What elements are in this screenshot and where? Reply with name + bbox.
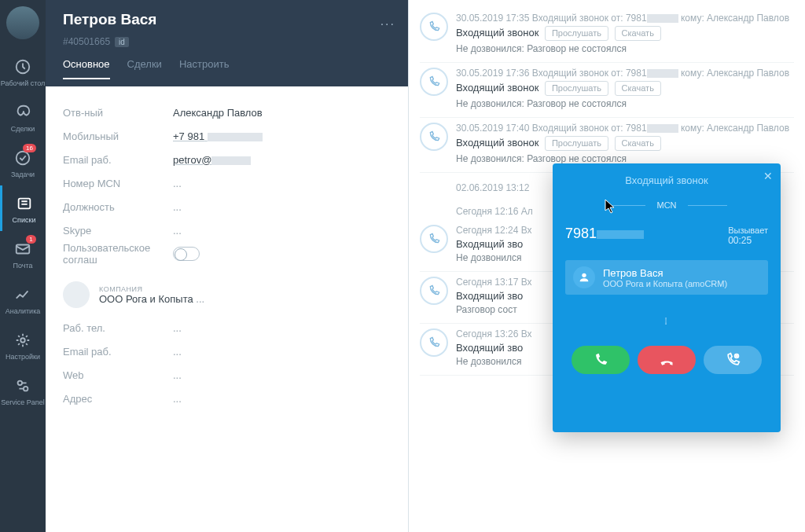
nav-label: Аналитика (6, 307, 41, 315)
nav-dashboard[interactable]: Рабочий стол (0, 49, 46, 94)
incoming-call-icon (420, 225, 448, 253)
field-label-mobile: Мобильный (63, 130, 173, 142)
download-button[interactable]: Скачать (615, 136, 661, 151)
feed-title: Входящий звонок Прослушать Скачать (456, 136, 794, 151)
feed-sub: Не дозвонился: Разговор не состоялся (456, 43, 794, 54)
service-icon (12, 375, 34, 397)
field-label-consent: Пользовательское соглаш (63, 242, 173, 266)
transfer-call-button[interactable] (704, 346, 762, 374)
field-value-mobile[interactable]: +7 981 (173, 130, 263, 142)
dashboard-icon (12, 56, 34, 78)
mail-badge: 1 (26, 235, 36, 244)
tab-deals[interactable]: Сделки (127, 58, 162, 79)
field-label-mcn: Номер МСN (63, 178, 173, 189)
close-button[interactable]: ✕ (763, 170, 773, 182)
contact-header: Петров Вася ... #40501665 id Основное Сд… (46, 0, 408, 86)
caller-card[interactable]: Петров Вася ООО Рога и Копыта (amoCRM) (565, 260, 768, 295)
nav-label: Задачи (11, 171, 35, 178)
download-button[interactable]: Скачать (615, 26, 661, 41)
nav-tasks[interactable]: 16 Задачи (0, 140, 46, 185)
incoming-call-icon (420, 123, 448, 151)
user-avatar[interactable] (6, 6, 39, 39)
incoming-call-popup: ✕ Входящий звонок MCN 7981 Вызывает 00:2… (553, 163, 781, 432)
field-label-skype: Skype (63, 225, 173, 237)
nav-service-panel[interactable]: Service Panel (0, 368, 46, 413)
field-value-web[interactable]: ... (173, 369, 182, 381)
nav-label: Service Panel (1, 398, 45, 406)
incoming-call-icon (420, 328, 448, 357)
company-block[interactable]: КОМПАНИЯ ООО Рога и Копыта ... (63, 281, 391, 308)
caller-company: ООО Рога и Копыта (amoCRM) (603, 279, 727, 288)
field-value-position[interactable]: ... (173, 201, 182, 213)
accept-call-button[interactable] (572, 346, 630, 374)
contact-panel: Петров Вася ... #40501665 id Основное Сд… (46, 0, 409, 532)
feed-meta: 30.05.2019 17:35 Входящий звонок от: 798… (456, 13, 794, 24)
contact-id: #40501665 (63, 36, 110, 47)
feed-sub: Не дозвонился: Разговор не состоялся (456, 98, 794, 109)
incoming-call-icon (420, 277, 448, 305)
nav-lists[interactable]: Списки (0, 185, 46, 231)
incoming-call-icon (420, 68, 448, 96)
deals-icon (12, 101, 34, 123)
decline-call-button[interactable] (638, 346, 696, 374)
field-value-skype[interactable]: ... (173, 225, 182, 237)
gear-icon (12, 329, 34, 351)
field-value-responsible[interactable]: Александр Павлов (173, 107, 263, 119)
field-value-worktel[interactable]: ... (173, 322, 182, 334)
tasks-badge: 16 (23, 144, 36, 152)
field-value-address[interactable]: ... (173, 393, 182, 405)
field-label-cemail: Email раб. (63, 346, 173, 358)
feed-sub: Не дозвонился: Разговор не состоялся (456, 153, 794, 164)
caller-number: 7981 (565, 226, 644, 242)
svg-point-6 (24, 387, 28, 391)
field-label-position: Должность (63, 201, 173, 213)
field-label-worktel: Раб. тел. (63, 322, 173, 334)
listen-button[interactable]: Прослушать (545, 81, 608, 96)
field-value-mcn[interactable]: ... (173, 178, 182, 189)
listen-button[interactable]: Прослушать (545, 26, 608, 41)
download-button[interactable]: Скачать (615, 81, 661, 96)
nav-deals[interactable]: Сделки (0, 94, 46, 140)
feed-item: 30.05.2019 17:36 Входящий звонок от: 798… (420, 63, 794, 118)
company-label: КОМПАНИЯ (99, 285, 204, 293)
field-label-responsible: Отв-ный (63, 107, 173, 119)
nav-label: Почта (13, 262, 33, 270)
company-name: ООО Рога и Копыта ... (99, 293, 204, 305)
svg-point-5 (18, 381, 22, 386)
call-status: Вызывает (728, 226, 768, 235)
nav-label: Сделки (11, 125, 35, 133)
tab-main[interactable]: Основное (63, 58, 110, 79)
call-timer: 00:25 (728, 235, 768, 246)
field-value-cemail[interactable]: ... (173, 346, 182, 358)
caller-avatar-icon (573, 266, 595, 288)
nav-label: Списки (13, 216, 36, 224)
feed-meta: 30.05.2019 17:40 Входящий звонок от: 798… (456, 123, 794, 134)
lists-icon (13, 193, 35, 215)
feed-title: Входящий звонок Прослушать Скачать (456, 26, 794, 41)
nav-mail[interactable]: 1 Почта (0, 231, 46, 277)
feed-meta: 30.05.2019 17:36 Входящий звонок от: 798… (456, 68, 794, 79)
id-badge[interactable]: id (115, 37, 129, 47)
consent-toggle[interactable] (173, 247, 200, 261)
nav-analytics[interactable]: Аналитика (0, 277, 46, 322)
contact-name: Петров Вася (63, 11, 391, 28)
popup-tab-mcn[interactable]: MCN (656, 200, 676, 210)
popup-title: Входящий звонок (565, 174, 768, 186)
listen-button[interactable]: Прослушать (545, 136, 608, 151)
field-label-email: Email раб. (63, 154, 173, 166)
caller-name: Петров Вася (603, 267, 727, 279)
svg-point-4 (20, 338, 25, 343)
field-value-email[interactable]: petrov@ (173, 154, 251, 166)
nav-settings[interactable]: Настройки (0, 322, 46, 368)
svg-point-7 (582, 273, 586, 277)
expand-dots[interactable]: ⁞ (565, 315, 768, 327)
svg-point-1 (17, 152, 30, 165)
more-button[interactable]: ... (380, 14, 395, 28)
field-label-address: Адрес (63, 393, 173, 405)
nav-label: Рабочий стол (1, 79, 46, 87)
feed-item: 30.05.2019 17:35 Входящий звонок от: 798… (420, 8, 794, 63)
tab-setup[interactable]: Настроить (179, 58, 230, 79)
company-avatar (63, 281, 90, 308)
nav-label: Настройки (6, 353, 40, 361)
feed-title: Входящий звонок Прослушать Скачать (456, 81, 794, 96)
